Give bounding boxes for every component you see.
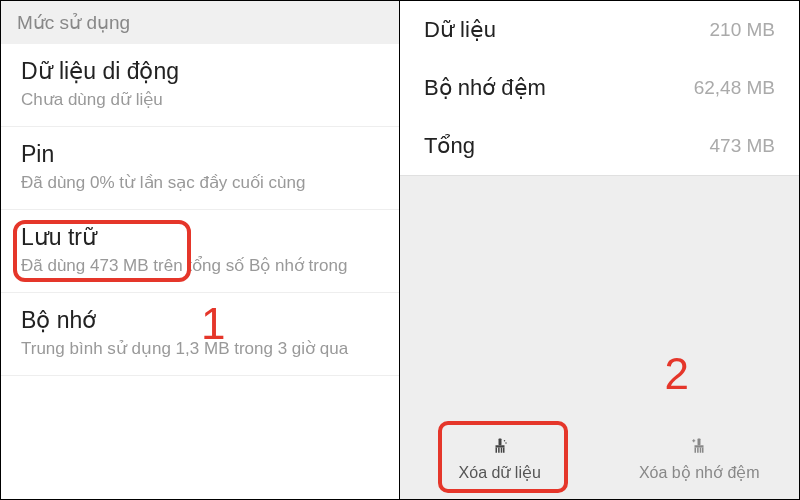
- clear-data-button[interactable]: Xóa dữ liệu: [400, 419, 600, 499]
- svg-rect-0: [498, 438, 501, 445]
- battery-item[interactable]: Pin Đã dùng 0% từ lần sạc đầy cuối cùng: [1, 127, 399, 210]
- storage-detail-pane: Dữ liệu 210 MB Bộ nhớ đệm 62,48 MB Tổng …: [400, 1, 799, 499]
- data-row: Dữ liệu 210 MB: [400, 1, 799, 59]
- svg-rect-10: [700, 447, 702, 452]
- brush-icon: [490, 437, 510, 459]
- svg-rect-4: [503, 447, 505, 452]
- svg-rect-9: [697, 447, 699, 452]
- storage-sub: Đã dùng 473 MB trên tổng số Bộ nhớ trong: [21, 255, 379, 278]
- data-value: 210 MB: [710, 19, 775, 41]
- svg-rect-3: [501, 447, 503, 452]
- clear-data-label: Xóa dữ liệu: [459, 463, 541, 482]
- data-label: Dữ liệu: [424, 17, 496, 43]
- mobile-data-sub: Chưa dùng dữ liệu: [21, 89, 379, 112]
- svg-point-6: [505, 442, 507, 444]
- annotation-step-2: 2: [665, 349, 689, 399]
- battery-title: Pin: [21, 141, 379, 168]
- cache-value: 62,48 MB: [694, 77, 775, 99]
- settings-usage-pane: Mức sử dụng Dữ liệu di động Chưa dùng dữ…: [1, 1, 400, 499]
- svg-rect-2: [498, 447, 500, 452]
- storage-item[interactable]: Lưu trữ Đã dùng 473 MB trên tổng số Bộ n…: [1, 210, 399, 293]
- svg-rect-11: [702, 447, 704, 452]
- memory-item[interactable]: Bộ nhớ Trung bình sử dụng 1,3 MB trong 3…: [1, 293, 399, 376]
- mobile-data-item[interactable]: Dữ liệu di động Chưa dùng dữ liệu: [1, 44, 399, 127]
- storage-title: Lưu trữ: [21, 224, 379, 251]
- empty-area: 2 Xóa dữ liệu: [400, 176, 799, 499]
- mobile-data-title: Dữ liệu di động: [21, 58, 379, 85]
- total-label: Tổng: [424, 133, 475, 159]
- clear-cache-button[interactable]: Xóa bộ nhớ đệm: [600, 419, 800, 499]
- svg-rect-7: [698, 438, 701, 445]
- annotation-step-1: 1: [201, 299, 225, 349]
- bottom-button-bar: Xóa dữ liệu Xóa bộ nhớ đệm: [400, 419, 799, 499]
- svg-rect-1: [495, 447, 497, 452]
- svg-rect-8: [695, 447, 697, 452]
- clear-cache-label: Xóa bộ nhớ đệm: [639, 463, 760, 482]
- total-value: 473 MB: [710, 135, 775, 157]
- memory-sub: Trung bình sử dụng 1,3 MB trong 3 giờ qu…: [21, 338, 379, 361]
- battery-sub: Đã dùng 0% từ lần sạc đầy cuối cùng: [21, 172, 379, 195]
- usage-section-header: Mức sử dụng: [1, 1, 399, 44]
- memory-title: Bộ nhớ: [21, 307, 379, 334]
- total-row: Tổng 473 MB: [400, 117, 799, 176]
- svg-point-5: [504, 440, 506, 442]
- cache-label: Bộ nhớ đệm: [424, 75, 546, 101]
- cache-row: Bộ nhớ đệm 62,48 MB: [400, 59, 799, 117]
- brush-plus-icon: [689, 437, 709, 459]
